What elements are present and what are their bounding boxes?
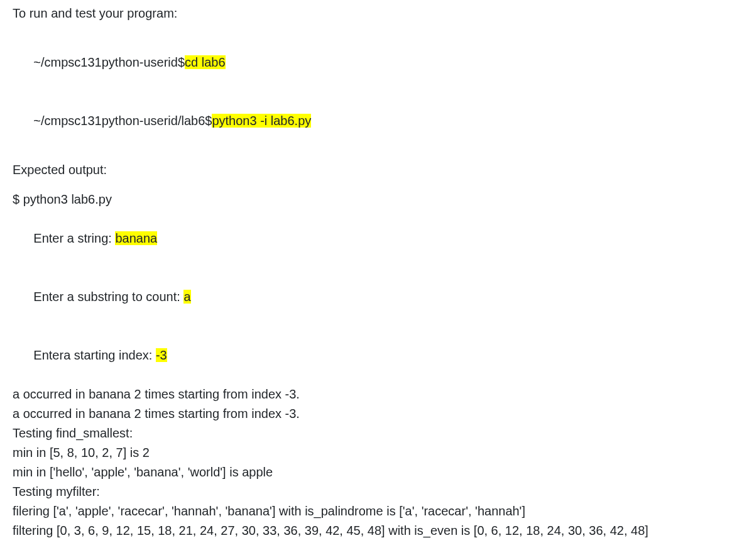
run-2-output: $python3 lab6.py Enter a string: banana … [13,551,743,560]
output-line: min in [5, 8, 10, 2, 7] is 2 [13,443,743,463]
output-line: a occurred in banana 2 times starting fr… [13,385,743,404]
document-page: To run and test your program: ~/cmpsc131… [0,0,754,560]
output-line: filtering [0, 3, 6, 9, 12, 15, 18, 21, 2… [13,521,743,541]
invoke-line: $python3 lab6.py [13,551,743,560]
command-line-1: ~/cmpsc131python-userid$cd lab6 [13,33,743,92]
prompt-text: ~/cmpsc131python-userid$ [33,55,185,69]
user-input: -3 [156,348,167,362]
input-line: Entera starting index: -3 [13,326,743,385]
input-line: Enter a substring to count: a [13,268,743,326]
output-line: min in ['hello', 'apple', 'banana', 'wor… [13,463,743,482]
output-line: Testing myfilter: [13,482,743,502]
invoke-line: $ python3 lab6.py [13,190,743,209]
prompt-label: Enter a string: [33,231,115,245]
user-input: banana [115,231,157,245]
command-line-2: ~/cmpsc131python-userid/lab6$python3 -i … [13,92,743,150]
user-input: a [183,290,190,304]
prompt-label: Enter a substring to count: [33,290,183,304]
input-line: Enter a string: banana [13,209,743,268]
prompt-text: ~/cmpsc131python-userid/lab6$ [33,114,212,128]
output-line: Testing find_smallest: [13,424,743,443]
command-text: python3 -i lab6.py [212,114,311,128]
run-1-output: $ python3 lab6.py Enter a string: banana… [13,190,743,541]
output-line: a occurred in banana 2 times starting fr… [13,404,743,424]
prompt-label: Entera starting index: [33,348,156,362]
intro-text: To run and test your program: [13,4,743,23]
command-text: cd lab6 [185,55,226,69]
output-line: filering ['a', 'apple', 'racecar', 'hann… [13,502,743,521]
expected-output-label: Expected output: [13,160,743,180]
command-block: ~/cmpsc131python-userid$cd lab6 ~/cmpsc1… [13,33,743,150]
